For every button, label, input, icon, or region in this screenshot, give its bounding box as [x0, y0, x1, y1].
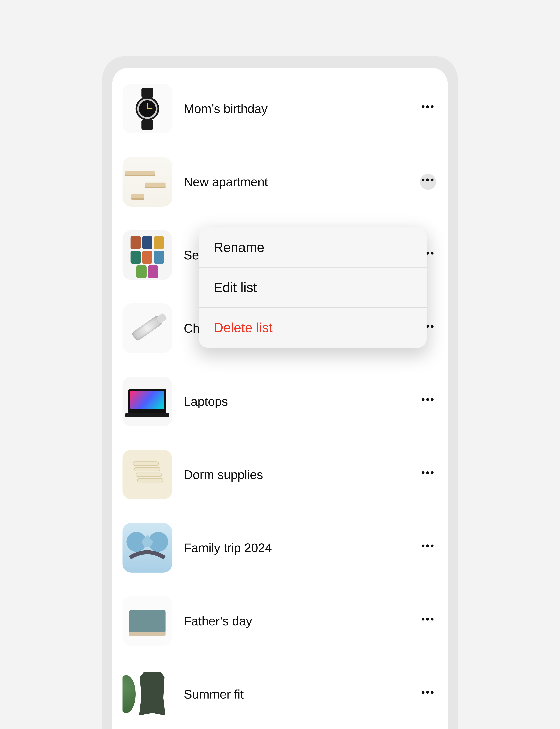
menu-item-edit[interactable]: Edit list	[199, 268, 427, 308]
menu-item-rename[interactable]: Rename	[199, 228, 427, 268]
thumbnail-clothing-icon	[123, 669, 172, 719]
more-button[interactable]: •••	[420, 686, 436, 702]
thumbnail-shelves-icon	[123, 157, 172, 207]
list-row[interactable]: Summer fit •••	[123, 669, 436, 719]
list-label: New apartment	[184, 175, 408, 189]
menu-item-delete[interactable]: Delete list	[199, 308, 427, 348]
more-button[interactable]: •••	[420, 393, 436, 409]
more-button[interactable]: •••	[420, 174, 436, 190]
list-row[interactable]: Mom’s birthday •••	[123, 84, 436, 133]
list-row[interactable]: Father’s day •••	[123, 596, 436, 646]
more-button[interactable]: •••	[420, 613, 436, 629]
list-row[interactable]: Laptops •••	[123, 376, 436, 426]
more-button[interactable]: •••	[420, 466, 436, 482]
list-label: Summer fit	[184, 687, 408, 701]
list-label: Family trip 2024	[184, 541, 408, 555]
thumbnail-hangers-icon	[123, 450, 172, 499]
list-row[interactable]: New apartment •••	[123, 157, 436, 207]
thumbnail-mixer-icon	[123, 304, 172, 353]
list-row[interactable]: Family trip 2024 •••	[123, 523, 436, 572]
list-row[interactable]: Dorm supplies •••	[123, 450, 436, 499]
phone-screen: Mom’s birthday ••• New apartment •••	[112, 68, 448, 729]
thumbnail-turntable-icon	[123, 596, 172, 646]
thumbnail-bags-icon	[123, 230, 172, 280]
list-label: Laptops	[184, 394, 408, 409]
context-menu: Rename Edit list Delete list	[199, 228, 427, 348]
thumbnail-ears-icon	[123, 523, 172, 572]
more-button[interactable]: •••	[420, 101, 436, 117]
list-label: Dorm supplies	[184, 467, 408, 482]
svg-rect-1	[141, 120, 153, 130]
thumbnail-laptop-icon	[123, 376, 172, 426]
list-label: Father’s day	[184, 614, 408, 628]
thumbnail-watch-icon	[123, 84, 172, 133]
list-label: Mom’s birthday	[184, 102, 408, 116]
svg-rect-0	[141, 88, 153, 98]
lists-container: Mom’s birthday ••• New apartment •••	[112, 68, 448, 729]
more-button[interactable]: •••	[420, 540, 436, 556]
device-bezel: Mom’s birthday ••• New apartment •••	[102, 56, 458, 729]
